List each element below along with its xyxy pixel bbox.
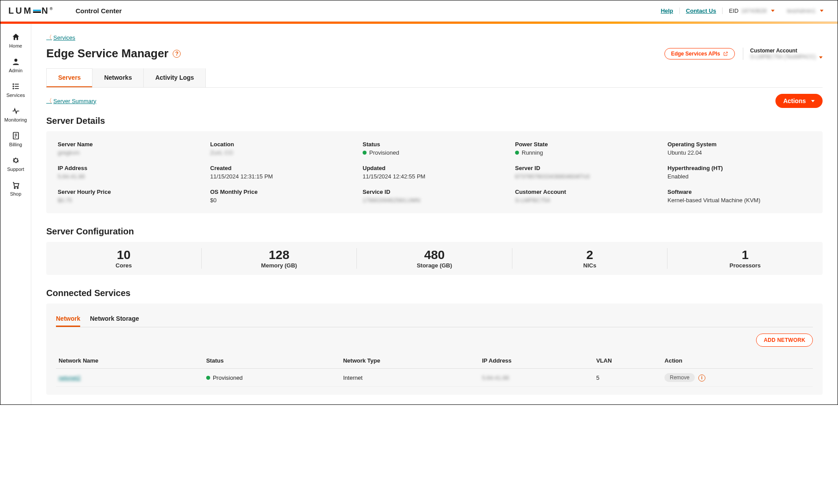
network-status: Provisioned (204, 369, 341, 387)
table-row: netvnet2ProvisionedInternet5.64.41.885Re… (56, 369, 813, 387)
stat-label: Cores (46, 262, 201, 269)
stat-label: Processors (667, 262, 823, 269)
field-value: S-LMPBC754 (515, 197, 659, 204)
breadcrumb-server-summary[interactable]: 〈Server Summary (46, 97, 96, 105)
section-server-config: Server Configuration (46, 226, 823, 237)
svg-rect-6 (15, 88, 19, 89)
warning-icon[interactable]: i (698, 374, 705, 382)
stat-value: 1 (667, 248, 823, 262)
field-label: Server ID (515, 165, 659, 171)
detail-field: Server Namegregkvm (58, 141, 201, 156)
sidebar-item-shop[interactable]: Shop (0, 176, 31, 201)
eid-selector[interactable]: EID 18743628 (723, 7, 781, 14)
list-icon (11, 82, 20, 91)
config-stat: 10Cores (46, 248, 201, 269)
chevron-down-icon (820, 10, 823, 12)
cart-icon (11, 181, 20, 189)
add-network-button[interactable]: ADD NETWORK (756, 334, 813, 347)
contact-link[interactable]: Contact Us (680, 7, 723, 14)
field-label: Software (667, 189, 811, 195)
stat-label: Storage (GB) (357, 262, 512, 269)
customer-account-value: S-LMPBC754 (TestMPACC) (750, 54, 816, 60)
detail-field: Hyperthreading (HT)Enabled (667, 165, 811, 180)
subtab-network-storage[interactable]: Network Storage (90, 311, 139, 327)
network-type: Internet (341, 369, 479, 387)
brand-logo: LUMN® (8, 6, 54, 16)
table-header: Action (662, 353, 813, 369)
edge-services-apis-button[interactable]: Edge Services APIs (664, 48, 735, 59)
remove-network-button[interactable]: Remove (664, 373, 695, 382)
actions-button[interactable]: Actions (775, 94, 823, 108)
user-name: testAdmin1 (787, 7, 816, 14)
main-content: 〈Services Edge Service Manager ? Edge Se… (31, 24, 838, 404)
table-header: VLAN (593, 353, 662, 369)
sidebar-item-label: Shop (10, 191, 22, 196)
eid-value: 18743628 (741, 7, 767, 14)
field-value: 67378578033436804604f7c0 (515, 173, 659, 180)
gear-icon (11, 156, 20, 165)
detail-field: Server Hourly Price$0.75 (58, 189, 201, 204)
help-link[interactable]: Help (655, 7, 680, 14)
pulse-icon (11, 107, 20, 115)
connected-subtabs: Network Network Storage (56, 311, 813, 327)
sidebar-item-home[interactable]: Home (0, 28, 31, 53)
detail-field: LocationZurii, CO (210, 141, 354, 156)
network-ip: 5.64.41.88 (479, 369, 593, 387)
network-name-link[interactable]: netvnet2 (59, 374, 81, 381)
page-title: Edge Service Manager ? (46, 47, 181, 60)
tab-networks[interactable]: Networks (92, 68, 144, 87)
table-header: Network Type (341, 353, 479, 369)
tab-activity-logs[interactable]: Activity Logs (143, 68, 206, 87)
section-server-details: Server Details (46, 116, 823, 126)
field-label: Hyperthreading (HT) (667, 165, 811, 171)
field-label: Operating System (667, 141, 811, 148)
stat-value: 10 (46, 248, 201, 262)
subtab-network[interactable]: Network (56, 311, 80, 327)
help-icon[interactable]: ? (173, 50, 181, 58)
chevron-left-icon: 〈 (46, 97, 52, 105)
customer-account-selector[interactable]: Customer Account S-LMPBC754 (TestMPACC) (743, 48, 823, 60)
detail-field: Service ID178803/846256/LUMN (363, 189, 506, 204)
status-dot-icon (363, 151, 367, 155)
detail-field: Customer AccountS-LMPBC754 (515, 189, 659, 204)
top-bar: LUMN® Control Center Help Contact Us EID… (0, 0, 838, 22)
sidebar-item-monitoring[interactable]: Monitoring (0, 102, 31, 127)
detail-field: IP Address5.64.41.88 (58, 165, 201, 180)
detail-field: Server ID67378578033436804604f7c0 (515, 165, 659, 180)
sidebar-item-admin[interactable]: Admin (0, 53, 31, 78)
field-value: 11/15/2024 12:31:15 PM (210, 173, 354, 180)
sidebar-item-billing[interactable]: Billing (0, 127, 31, 152)
field-label: Power State (515, 141, 659, 148)
section-connected-services: Connected Services (46, 288, 823, 298)
stat-label: Memory (GB) (202, 262, 357, 269)
sidebar-item-label: Services (6, 93, 25, 98)
server-details-card: Server NamegregkvmLocationZurii, COStatu… (46, 131, 823, 213)
main-tabs: Servers Networks Activity Logs (46, 68, 823, 88)
stat-value: 128 (202, 248, 357, 262)
sidebar-item-support[interactable]: Support (0, 152, 31, 176)
svg-point-8 (14, 187, 15, 189)
field-value: Enabled (667, 173, 811, 180)
table-header: IP Address (479, 353, 593, 369)
sidebar-item-label: Billing (9, 142, 22, 147)
field-value: 178803/846256/LUMN (363, 197, 506, 204)
stat-value: 2 (512, 248, 667, 262)
field-value: Kernel-based Virtual Machine (KVM) (667, 197, 811, 204)
field-value: $0.75 (58, 197, 201, 204)
svg-point-0 (14, 59, 17, 62)
svg-point-1 (12, 83, 14, 85)
detail-field: Operating SystemUbuntu 22.04 (667, 141, 811, 156)
sidebar-item-label: Admin (9, 68, 22, 73)
bill-icon (11, 131, 20, 140)
sidebar-item-label: Home (9, 43, 22, 48)
field-value: Running (515, 149, 659, 156)
user-selector[interactable]: testAdmin1 (781, 7, 830, 14)
breadcrumb-services[interactable]: 〈Services (46, 33, 75, 41)
stat-label: NICs (512, 262, 667, 269)
eid-label: EID (729, 7, 738, 14)
sidebar-item-services[interactable]: Services (0, 78, 31, 102)
app-name: Control Center (75, 7, 122, 15)
field-value: gregkvm (58, 149, 201, 156)
tab-servers[interactable]: Servers (46, 68, 93, 87)
external-link-icon (723, 51, 728, 56)
